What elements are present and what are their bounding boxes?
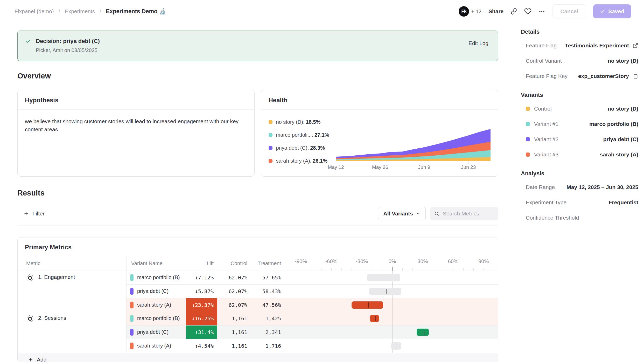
legend-value: 18.5%: [306, 119, 321, 125]
copy-link-button[interactable]: [510, 8, 517, 15]
metric-target-icon: [26, 315, 34, 323]
hypothesis-text: we believe that showing customer stories…: [18, 110, 254, 134]
primary-metrics-card: Primary Metrics Metric Variant Name Lift…: [17, 237, 498, 362]
point-estimate-marker: [424, 330, 424, 335]
x-axis-label: May 26: [372, 164, 388, 170]
x-axis-tick: [468, 161, 469, 164]
treatment-value: 2,341: [251, 325, 285, 339]
axis-ruler-tick: [423, 268, 423, 271]
more-options-button[interactable]: [538, 8, 545, 15]
favorite-button[interactable]: [524, 8, 531, 15]
axis-ruler-tick: [463, 268, 464, 271]
breadcrumb-experiments[interactable]: Experiments: [65, 8, 95, 15]
axis-ruler-tick: [321, 268, 321, 271]
legend-value: 26.1%: [313, 158, 327, 164]
variant-value: priya debt (C): [603, 136, 638, 142]
variant-value: sarah story (A): [600, 151, 638, 158]
analysis-section: Analysis Date Range May 12, 2025 – Jun 3…: [521, 170, 638, 221]
collaborators[interactable]: Fk + 12: [459, 6, 481, 17]
axis-tick-label: -90%: [295, 258, 307, 264]
confidence-interval-cell: [285, 271, 498, 284]
variant-swatch: [130, 329, 134, 336]
confidence-interval-bar: [417, 329, 429, 336]
add-filter-button[interactable]: Filter: [24, 211, 45, 217]
external-link-icon[interactable]: [633, 43, 638, 48]
saved-button[interactable]: Saved: [593, 4, 631, 18]
feature-flag-value[interactable]: Testimonials Experiment: [565, 42, 629, 49]
axis-ruler-tick: [412, 268, 413, 271]
axis-ruler-tick: [494, 268, 494, 271]
search-input[interactable]: [442, 210, 494, 217]
collaborator-count: + 12: [471, 9, 481, 15]
lift-value: ↓16.25%: [186, 312, 217, 325]
column-treatment: Treatment: [251, 256, 285, 271]
analysis-label: Date Range: [526, 184, 555, 190]
variant-row: Variant #1 marco portfolio (B): [521, 121, 638, 127]
details-section: Details Feature Flag Testimonials Experi…: [521, 28, 638, 79]
axis-ruler-tick: [392, 267, 393, 271]
analysis-row: Confidence Threshold: [521, 215, 638, 221]
breadcrumb-project[interactable]: Fixpanel {demo}: [15, 8, 54, 15]
cancel-button[interactable]: Cancel: [552, 4, 586, 18]
link-icon: [510, 8, 517, 15]
variant-value: marco portfolio (B): [589, 121, 638, 127]
add-metric-button[interactable]: Add: [18, 353, 498, 362]
table-row[interactable]: priya debt (C) ↓5.87% 62.07% 58.43%: [127, 285, 498, 298]
variant-label: Variant #1: [534, 121, 558, 127]
variants-dropdown-value: All Variants: [383, 211, 413, 217]
metric-name: 1. Engagement: [38, 274, 75, 280]
point-estimate-marker: [368, 302, 369, 308]
x-axis-label: May 12: [328, 164, 344, 170]
legend-value: 28.3%: [310, 145, 325, 151]
axis-ruler-tick: [443, 268, 443, 271]
right-sidebar: Details Feature Flag Testimonials Experi…: [516, 23, 644, 362]
hypothesis-title: Hypothesis: [18, 90, 254, 110]
decision-banner: Decision: priya debt (C) Picker, Amit on…: [17, 31, 498, 61]
axis-ruler-tick: [301, 268, 301, 271]
column-metric: Metric: [18, 256, 127, 271]
feature-flag-key-value: exp_customerStory: [578, 73, 629, 79]
decision-title: Decision: priya debt (C): [36, 38, 100, 45]
variant-swatch: [526, 137, 530, 141]
variant-label: Variant #2: [534, 136, 558, 142]
edit-log-button[interactable]: Edit Log: [468, 40, 488, 46]
table-row[interactable]: marco portfolio (B) ↓7.12% 62.07% 57.65%: [127, 271, 498, 285]
overview-heading: Overview: [17, 71, 498, 81]
x-axis-label: Jun 23: [461, 164, 476, 170]
check-icon: [600, 9, 605, 14]
saved-label: Saved: [608, 8, 624, 15]
point-estimate-marker: [397, 343, 397, 349]
metric-cell: 1. Engagement: [18, 271, 127, 312]
details-heading: Details: [521, 28, 638, 35]
filter-label: Filter: [32, 211, 45, 217]
detail-row: Feature Flag Testimonials Experiment: [521, 42, 638, 49]
variant-swatch: [526, 107, 530, 111]
heart-icon: [524, 8, 531, 15]
variant-swatch: [526, 153, 530, 157]
treatment-value: 58.43%: [251, 285, 285, 298]
breadcrumb-separator: /: [59, 8, 60, 15]
header-actions: Fk + 12 Share Cancel Saved: [459, 4, 631, 18]
metric-group: 1. Engagement marco portfolio (B) ↓7.12%…: [18, 271, 498, 312]
axis-ruler-tick: [372, 268, 372, 271]
plus-icon: [24, 211, 29, 216]
variants-heading: Variants: [521, 92, 638, 98]
control-value: 1,161: [217, 325, 251, 339]
table-row[interactable]: priya debt (C) ↑31.4% 1,161 2,341: [127, 325, 498, 339]
table-row[interactable]: sarah story (A) ↑4.54% 1,161 1,716: [127, 339, 498, 353]
search-icon: [434, 211, 439, 216]
share-button[interactable]: Share: [488, 8, 503, 15]
search-metrics[interactable]: [430, 207, 498, 220]
table-row[interactable]: sarah story (A) ↓23.37% 62.07% 47.56%: [127, 298, 498, 312]
table-row[interactable]: marco portfolio (B) ↓16.25% 1,161 1,425: [127, 312, 498, 325]
confidence-interval-cell: [285, 325, 498, 339]
control-value: 1,161: [217, 339, 251, 353]
axis-tick-label: 30%: [417, 258, 428, 264]
copy-icon[interactable]: [633, 73, 638, 79]
metric-group: 2. Sessions marco portfolio (B) ↓16.25% …: [18, 312, 498, 353]
avatar[interactable]: Fk: [459, 6, 469, 17]
confidence-interval-bar: [367, 274, 400, 281]
confidence-interval-cell: [285, 339, 498, 353]
lift-value: ↓5.87%: [186, 285, 217, 298]
variants-dropdown[interactable]: All Variants: [378, 207, 426, 220]
